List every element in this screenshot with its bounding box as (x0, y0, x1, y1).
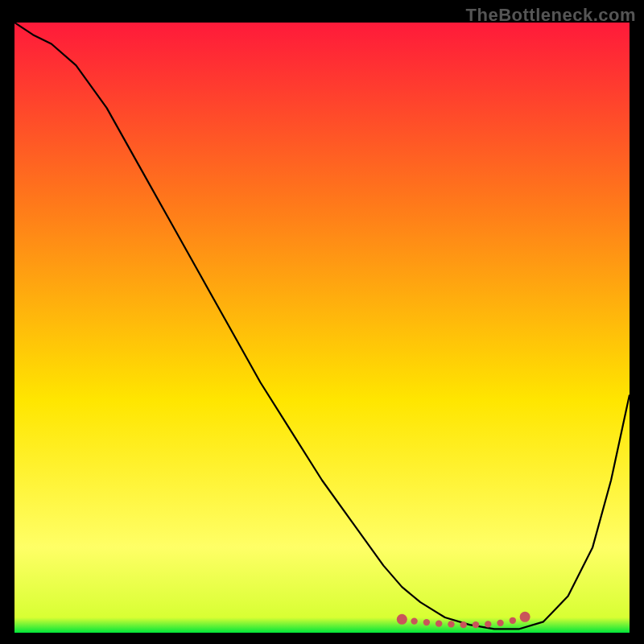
chart-svg (14, 23, 630, 633)
optimum-marker (510, 617, 516, 624)
watermark-text: TheBottleneck.com (466, 5, 636, 26)
plot-area (14, 23, 630, 633)
optimum-marker (460, 621, 467, 628)
optimum-marker (520, 612, 530, 622)
gradient-background (14, 23, 630, 633)
chart-container: TheBottleneck.com (0, 0, 644, 644)
optimum-marker (411, 617, 417, 624)
optimum-marker (497, 620, 503, 626)
optimum-marker (436, 620, 442, 626)
optimum-marker (423, 619, 430, 625)
optimum-marker (448, 621, 454, 627)
optimum-marker (397, 614, 407, 625)
optimum-marker (473, 621, 479, 628)
optimum-marker (485, 621, 491, 627)
